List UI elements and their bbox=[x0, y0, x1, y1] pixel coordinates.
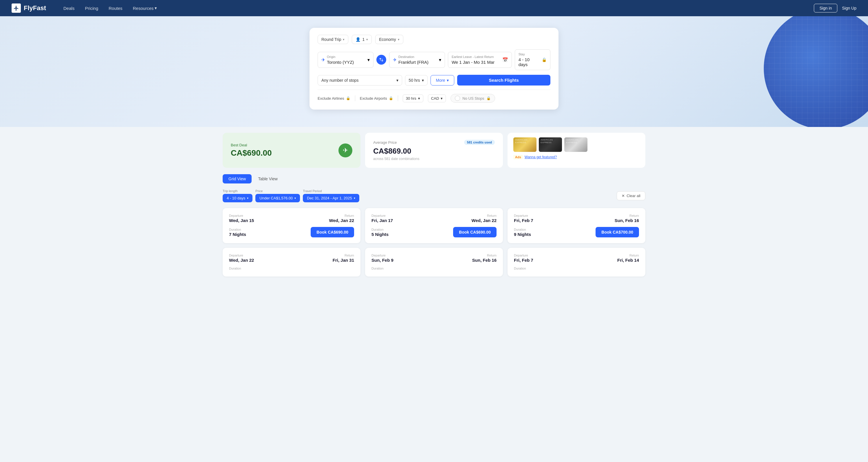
duration-label: Duration bbox=[371, 267, 383, 270]
duration-value: 50 hrs bbox=[409, 78, 420, 83]
book-button[interactable]: Book CA$690.00 bbox=[311, 227, 354, 237]
exclude-airports-option[interactable]: Exclude Airports 🔒 bbox=[360, 96, 393, 100]
flight-card: Departure Fri, Jan 17 Return Wed, Jan 22… bbox=[365, 208, 503, 243]
duration-label: Duration bbox=[229, 267, 241, 270]
nav-links: Deals Pricing Routes Resources ▾ bbox=[63, 5, 814, 11]
lock-icon: 🔒 bbox=[487, 96, 491, 100]
cabin-class-value: Economy bbox=[379, 37, 396, 42]
no-us-stops-label: No US Stops bbox=[462, 96, 484, 100]
grid-view-button[interactable]: Grid View bbox=[223, 174, 252, 183]
departure-label: Departure bbox=[371, 254, 434, 257]
return-section: Return Sun, Feb 16 bbox=[434, 254, 497, 263]
price-chip-value: Under CA$1,576.00 bbox=[259, 196, 293, 200]
price-chip[interactable]: Under CA$1,576.00 ▾ bbox=[255, 194, 300, 202]
nav-pricing[interactable]: Pricing bbox=[85, 6, 98, 11]
table-view-button[interactable]: Table View bbox=[252, 174, 283, 183]
departure-date: Fri, Feb 7 bbox=[514, 258, 576, 263]
flight-card: Departure Wed, Jan 15 Return Wed, Jan 22… bbox=[223, 208, 361, 243]
clear-all-label: Clear all bbox=[626, 194, 641, 198]
trip-type-value: Round Trip bbox=[321, 37, 341, 42]
passengers-select[interactable]: 👤 1 ▾ bbox=[352, 35, 372, 44]
close-icon: ✕ bbox=[622, 194, 625, 198]
origin-select[interactable]: ✈ Origin Toronto (YYZ) ▾ bbox=[318, 52, 373, 68]
plane-takeoff-icon: ✈ bbox=[321, 57, 325, 63]
view-toggle: Grid View Table View bbox=[223, 174, 645, 183]
average-price-card: Average Price 581 credits used CA$869.00… bbox=[365, 133, 503, 168]
search-flights-button[interactable]: Search Flights bbox=[457, 75, 550, 86]
departure-label: Departure bbox=[229, 254, 291, 257]
nav-deals[interactable]: Deals bbox=[63, 6, 74, 11]
travel-period-filter: Travel Period Dec 31, 2024 - Apr 1, 2025… bbox=[303, 189, 359, 202]
chevron-down-icon: ▾ bbox=[366, 38, 368, 41]
search-row-options: Round Trip ▾ 👤 1 ▾ Economy ▾ bbox=[318, 35, 550, 44]
layover-select[interactable]: 30 hrs ▾ bbox=[403, 94, 423, 102]
flight-card-dates: Departure Sun, Feb 9 Return Sun, Feb 16 bbox=[371, 254, 497, 263]
duration-info: Duration 5 Nights bbox=[371, 228, 389, 237]
period-chip[interactable]: Dec 31, 2024 - Apr 1, 2025 ▾ bbox=[303, 194, 359, 202]
flight-card-dates: Departure Wed, Jan 22 Return Fri, Jan 31 bbox=[229, 254, 354, 263]
book-button[interactable]: Book CA$690.00 bbox=[453, 227, 497, 237]
stops-value: Any number of stops bbox=[321, 78, 359, 83]
nav-routes[interactable]: Routes bbox=[108, 6, 122, 11]
stops-select[interactable]: Any number of stops ▾ bbox=[318, 75, 402, 86]
logo[interactable]: FlyFast bbox=[11, 3, 46, 13]
avg-price-header: Average Price 581 credits used bbox=[373, 140, 495, 145]
chevron-down-icon: ▾ bbox=[294, 197, 296, 200]
calendar-icon: 📅 bbox=[502, 57, 508, 63]
search-container: Round Trip ▾ 👤 1 ▾ Economy ▾ ✈ bbox=[310, 28, 558, 110]
amex-silver-card: AMERICAN EXPRESS bbox=[564, 137, 587, 152]
book-button[interactable]: Book CA$700.00 bbox=[595, 227, 639, 237]
clear-all-button[interactable]: ✕ Clear all bbox=[617, 191, 645, 200]
amex-black-card: AMERICAN EXPRESS bbox=[539, 137, 562, 152]
exclude-airlines-option[interactable]: Exclude Airlines 🔒 bbox=[318, 96, 350, 100]
nav-resources[interactable]: Resources ▾ bbox=[133, 5, 157, 11]
date-label: Earliest Leave - Latest Return bbox=[452, 55, 500, 59]
swap-button[interactable] bbox=[376, 55, 386, 65]
ads-card-images: AMERICAN EXPRESS AMERICAN EXPRESS AMERIC… bbox=[513, 137, 640, 152]
chevron-down-icon: ▾ bbox=[447, 78, 449, 83]
signup-button[interactable]: Sign Up bbox=[842, 6, 857, 10]
navbar: FlyFast Deals Pricing Routes Resources ▾… bbox=[0, 0, 868, 16]
departure-section: Departure Sun, Feb 9 bbox=[371, 254, 434, 263]
logo-icon bbox=[11, 3, 21, 13]
toggle-circle bbox=[455, 96, 460, 101]
trip-type-select[interactable]: Round Trip ▾ bbox=[318, 35, 348, 44]
signin-button[interactable]: Sign in bbox=[814, 4, 837, 12]
return-date: Fri, Jan 31 bbox=[292, 258, 354, 263]
logo-text: FlyFast bbox=[24, 4, 46, 12]
duration-label: Duration bbox=[229, 228, 246, 231]
flight-card-bottom: Duration 9 Nights Book CA$700.00 bbox=[514, 227, 639, 237]
period-chip-value: Dec 31, 2024 - Apr 1, 2025 bbox=[307, 196, 352, 200]
duration-select[interactable]: 50 hrs ▾ bbox=[405, 75, 428, 86]
ads-link[interactable]: Wanna get featured? bbox=[525, 155, 557, 159]
cabin-class-select[interactable]: Economy ▾ bbox=[375, 35, 403, 44]
duration-value: 5 Nights bbox=[371, 232, 389, 237]
nav-actions: Sign in Sign Up bbox=[814, 4, 857, 12]
credits-badge: 581 credits used bbox=[464, 140, 495, 145]
flight-card-bottom: Duration bbox=[371, 267, 497, 271]
duration-info: Duration 7 Nights bbox=[229, 228, 246, 237]
flight-card-bottom: Duration 7 Nights Book CA$690.00 bbox=[229, 227, 354, 237]
departure-section: Departure Wed, Jan 22 bbox=[229, 254, 291, 263]
departure-section: Departure Fri, Jan 17 bbox=[371, 214, 434, 223]
trip-length-chip[interactable]: 4 - 10 days ▾ bbox=[223, 194, 252, 202]
flight-card-dates: Departure Fri, Jan 17 Return Wed, Jan 22 bbox=[371, 214, 497, 223]
more-button[interactable]: More ▾ bbox=[431, 75, 455, 86]
avg-price-label: Average Price bbox=[373, 140, 397, 145]
destination-value: Frankfurt (FRA) bbox=[398, 60, 437, 65]
departure-date: Wed, Jan 22 bbox=[229, 258, 291, 263]
destination-select[interactable]: ✈ Destination Frankfurt (FRA) ▾ bbox=[389, 52, 445, 68]
currency-select[interactable]: CAD ▾ bbox=[428, 94, 446, 102]
date-value: We 1 Jan - Mo 31 Mar bbox=[452, 60, 500, 65]
flight-card-dates: Departure Fri, Feb 7 Return Sun, Feb 16 bbox=[514, 214, 639, 223]
stay-field[interactable]: Stay 4 - 10 days 🔒 bbox=[515, 49, 550, 70]
best-deal-card: Best Deal CA$690.00 ✈ bbox=[223, 133, 361, 168]
return-label: Return bbox=[434, 254, 497, 257]
return-section: Return Wed, Jan 22 bbox=[292, 214, 354, 223]
departure-label: Departure bbox=[514, 214, 576, 218]
date-range-field[interactable]: Earliest Leave - Latest Return We 1 Jan … bbox=[448, 52, 512, 68]
filter-row: Trip length 4 - 10 days ▾ Price Under CA… bbox=[223, 189, 645, 202]
departure-date: Sun, Feb 9 bbox=[371, 258, 434, 263]
no-us-stops-toggle[interactable]: No US Stops 🔒 bbox=[451, 94, 495, 103]
duration-label: Duration bbox=[514, 228, 531, 231]
